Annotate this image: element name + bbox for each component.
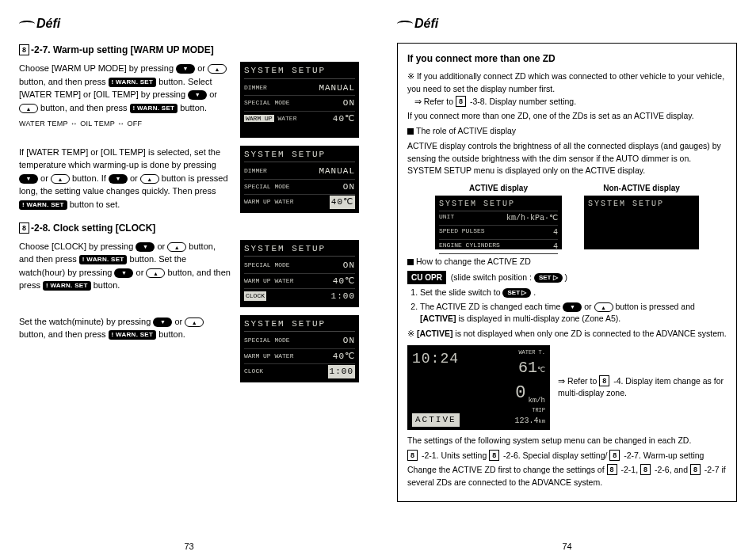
down-button-icon: ▼ [19,174,38,184]
warn-set-button-icon: ! WARN. SET [109,330,157,340]
lcd-clock-2: SYSTEM SETUP SPECIAL MODEON WARM UP WATE… [240,315,359,382]
lcd-warmup-1: SYSTEM SETUP DIMMERMANUAL SPECIAL MODEON… [240,62,359,138]
cu-opr-badge: CU OPR [407,271,446,284]
section-8-2-8-heading: 8-2-8. Clock setting [CLOCK] [19,221,359,235]
step-1: Set the slide switch to SET ▷ . [420,287,727,299]
warn-set-button-icon: ! WARN. SET [130,104,178,113]
settings-list: 8 -2-1. Units setting 8 -2-6. Special di… [407,450,727,462]
boxed-number: 8 [19,222,29,234]
brand-logo: Défi [397,14,737,33]
warmup-text-1: Choose [WARM UP MODE] by pressing ▼ or ▲… [19,62,232,138]
up-button-icon: ▲ [140,174,159,184]
ref-display-item-change: ⇒ Refer to 8 -4. Display item change as … [558,375,727,401]
down-button-icon: ▼ [188,90,207,100]
display-comparison: ACTIVE display SYSTEM SETUP UNITkm/h·kPa… [407,182,727,249]
up-button-icon: ▲ [594,302,613,312]
warmup-text-2: If [WATER TEMP] or [OIL TEMP] is selecte… [19,146,232,213]
left-page: Défi 8-2-7. Warm-up setting [WARM UP MOD… [0,0,378,559]
set-switch-icon: SET ▷ [534,273,563,283]
up-button-icon: ▲ [208,64,227,74]
down-button-icon: ▼ [176,64,195,74]
warn-set-button-icon: ! WARN. SET [43,281,91,291]
lcd-active-display: SYSTEM SETUP UNITkm/h·kPa·℃ SPEED PULSES… [435,196,562,249]
up-button-icon: ▲ [51,174,70,184]
lcd-warmup-2: SYSTEM SETUP DIMMERMANUAL SPECIAL MODEON… [240,146,359,213]
down-button-icon: ▼ [114,268,133,278]
cu-opr-line: CU OPR (slide switch position : SET ▷ ) [407,271,727,284]
nonactive-display-caption: Non-ACTIVE display [584,182,699,194]
step-2: The ACTIVE ZD is changed each time ▼ or … [420,301,727,326]
role-text: ACTIVE display controls the brightness o… [407,140,727,177]
lcd-nonactive-display: SYSTEM SETUP [584,196,699,249]
note-active-not-displayed: ※ [ACTIVE] is not displayed when only on… [407,328,727,340]
up-button-icon: ▲ [167,242,186,252]
warn-set-button-icon: ! WARN. SET [79,255,128,264]
down-button-icon: ▼ [109,174,128,184]
up-button-icon: ▲ [185,318,204,327]
down-button-icon: ▼ [136,242,155,252]
role-heading: The role of ACTIVE display [407,125,727,138]
right-page: Défi If you connect more than one ZD ※ I… [378,0,756,559]
lcd-big-zd: 10:24 WATER T. 61℃ 0km/h ACTIVE TRIP123.… [407,345,550,430]
brand-text: Défi [36,14,60,33]
final-note: Change the ACTIVE ZD first to change the… [407,464,727,489]
steps-list: Set the slide switch to SET ▷ . The ACTI… [420,287,727,325]
active-display-caption: ACTIVE display [435,182,562,194]
howto-heading: How to change the ACTIVE ZD [407,256,727,268]
brand-logo: Défi [19,14,359,33]
page-number-right: 74 [378,540,756,553]
right-content-box: If you connect more than one ZD ※ If you… [397,43,737,502]
big-zd-row: 10:24 WATER T. 61℃ 0km/h ACTIVE TRIP123.… [407,345,727,430]
settings-intro: The settings of the following system set… [407,435,727,447]
clock-text-2: Set the watch(minute) by pressing ▼ or ▲… [19,315,232,382]
up-button-icon: ▲ [19,104,38,113]
down-button-icon: ▼ [563,302,582,312]
right-title: If you connect more than one ZD [407,51,727,66]
active-intro: If you connect more than one ZD, one of … [407,110,727,123]
down-button-icon: ▼ [153,318,172,327]
up-button-icon: ▲ [146,268,165,278]
page-number-left: 73 [0,540,378,553]
warn-set-button-icon: ! WARN. SET [109,78,157,87]
note-additional-zd: ※ If you additionally connect ZD which w… [407,70,727,108]
warn-set-button-icon: ! WARN. SET [19,200,67,210]
lcd-clock-1: SYSTEM SETUP SPECIAL MODEON WARM UP WATE… [240,240,359,307]
section-8-2-7-heading: 8-2-7. Warm-up setting [WARM UP MODE] [19,43,359,57]
clock-text-1: Choose [CLOCK] by pressing ▼ or ▲ button… [19,240,232,307]
set-switch-icon: SET ▷ [502,288,531,298]
boxed-number: 8 [19,44,29,55]
cycle-sequence: WATER TEMP↔OIL TEMP↔OFF [19,119,232,130]
